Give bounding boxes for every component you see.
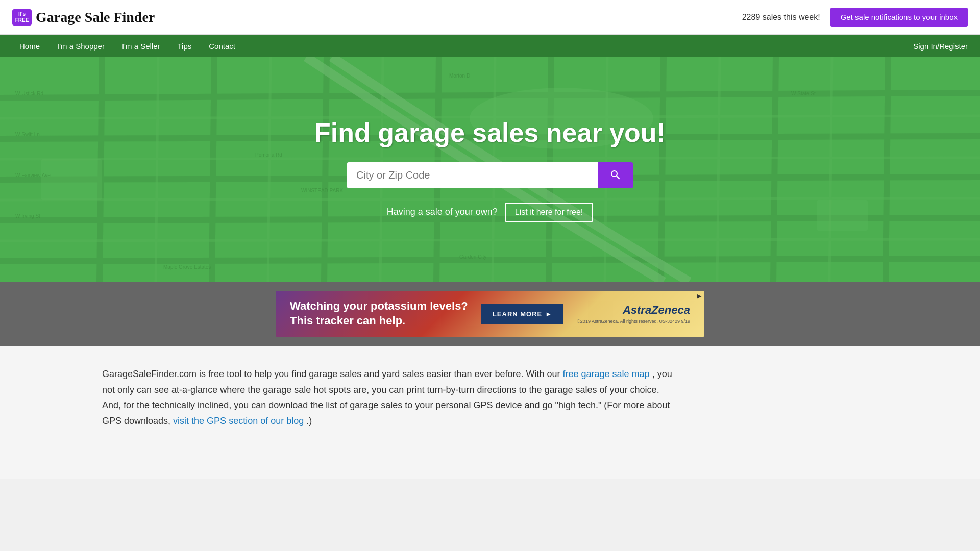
content-section: GarageSaleFinder.com is free tool to hel… (0, 346, 980, 479)
having-sale-text: Having a sale of your own? (387, 207, 498, 217)
garage-sale-map-link[interactable]: free garage sale map (563, 369, 650, 379)
logo-text: Garage Sale Finder (36, 9, 155, 26)
arrow-icon: ► (545, 310, 552, 318)
svg-line-17 (0, 239, 980, 241)
ad-close-icon[interactable]: ▶ (697, 293, 701, 299)
hero-overlay: Find garage sales near you! Having a sal… (0, 117, 980, 222)
hero-section: W Ustick Rd W Swift Ln W Fairview Ave W … (0, 57, 980, 282)
ad-brand: AstraZeneca ©2019 AstraZeneca. All right… (577, 304, 690, 324)
main-nav: Home I'm a Shopper I'm a Seller Tips Con… (0, 35, 980, 57)
svg-text:W State St: W State St (791, 91, 816, 96)
svg-text:Maple Grove Estates: Maple Grove Estates (163, 264, 211, 270)
search-icon (609, 169, 622, 181)
svg-text:Garden City: Garden City (459, 254, 486, 260)
sales-count: 2289 sales this week! (742, 13, 820, 22)
hero-title: Find garage sales near you! (314, 117, 666, 148)
ad-banner: Watching your potassium levels? This tra… (276, 291, 704, 337)
svg-text:Morton D: Morton D (449, 73, 470, 79)
list-sale-link[interactable]: List it here for free! (505, 203, 593, 222)
nav-item-home[interactable]: Home (12, 37, 47, 56)
ad-disclaimer: ©2019 AstraZeneca. All rights reserved. … (577, 319, 690, 324)
ad-section: Watching your potassium levels? This tra… (0, 282, 980, 346)
ad-brand-name: AstraZeneca (577, 304, 690, 317)
search-button[interactable] (598, 162, 633, 188)
header-right: 2289 sales this week! Get sale notificat… (742, 8, 968, 27)
notification-button[interactable]: Get sale notifications to your inbox (830, 8, 968, 27)
ad-text: Watching your potassium levels? This tra… (290, 299, 468, 328)
list-sale-row: Having a sale of your own? List it here … (387, 203, 594, 222)
content-paragraph: GarageSaleFinder.com is free tool to hel… (102, 366, 674, 429)
search-input[interactable] (347, 162, 598, 188)
nav-links: Home I'm a Shopper I'm a Seller Tips Con… (12, 37, 242, 56)
nav-item-shopper[interactable]: I'm a Shopper (50, 37, 112, 56)
logo-area: It's FREE Garage Sale Finder (12, 9, 155, 26)
gps-blog-link[interactable]: visit the GPS section of our blog (173, 416, 304, 426)
svg-text:W Ustick Rd: W Ustick Rd (15, 91, 43, 96)
nav-item-tips[interactable]: Tips (170, 37, 199, 56)
search-bar (347, 162, 633, 188)
svg-line-5 (0, 259, 980, 261)
logo-badge: It's FREE (12, 9, 32, 26)
header: It's FREE Garage Sale Finder 2289 sales … (0, 0, 980, 35)
sign-in-link[interactable]: Sign In/Register (913, 42, 968, 51)
nav-item-contact[interactable]: Contact (202, 37, 242, 56)
learn-more-button[interactable]: LEARN MORE ► (481, 304, 564, 324)
nav-item-seller[interactable]: I'm a Seller (115, 37, 167, 56)
